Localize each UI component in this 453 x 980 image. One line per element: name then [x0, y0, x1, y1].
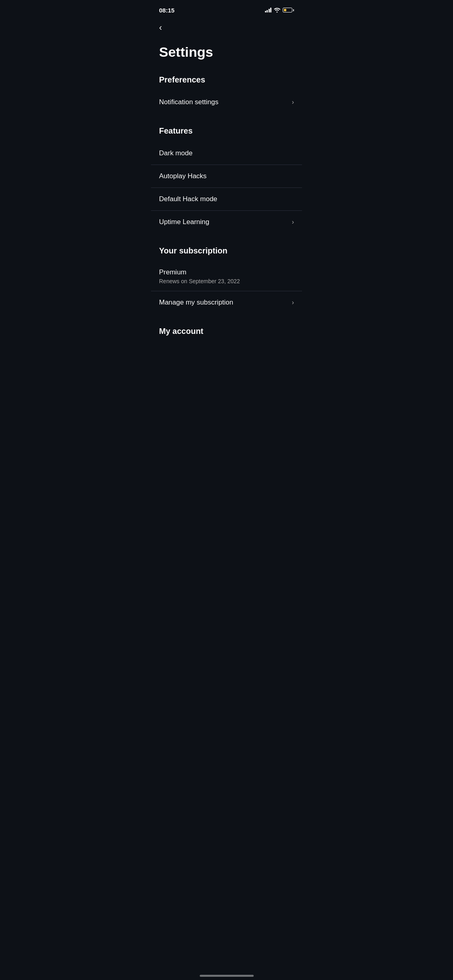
- autoplay-hacks-label: Autoplay Hacks: [159, 172, 207, 180]
- subscription-name: Premium: [159, 268, 294, 276]
- autoplay-hacks-item[interactable]: Autoplay Hacks: [151, 165, 302, 188]
- uptime-learning-chevron-icon: ›: [292, 218, 294, 226]
- subscription-info: Premium Renews on September 23, 2022: [151, 262, 302, 291]
- uptime-learning-label: Uptime Learning: [159, 218, 209, 226]
- my-account-header: My account: [159, 327, 294, 338]
- battery-icon: [283, 8, 294, 12]
- nav-bar: ‹: [151, 18, 302, 36]
- signal-icon: [265, 8, 272, 12]
- signal-bar-1: [265, 11, 266, 12]
- signal-bar-4: [270, 8, 271, 12]
- default-hack-mode-item[interactable]: Default Hack mode: [151, 188, 302, 211]
- gap-3: [151, 314, 302, 323]
- notification-settings-item[interactable]: Notification settings ›: [151, 91, 302, 113]
- signal-bar-3: [269, 9, 270, 12]
- signal-bar-2: [267, 10, 268, 12]
- subscription-renew-date: Renews on September 23, 2022: [159, 278, 294, 284]
- manage-subscription-label: Manage my subscription: [159, 299, 233, 307]
- manage-subscription-item[interactable]: Manage my subscription ›: [151, 291, 302, 314]
- preferences-section-header: Preferences: [151, 72, 302, 91]
- dark-mode-item[interactable]: Dark mode: [151, 142, 302, 165]
- battery-tip: [293, 9, 294, 11]
- status-bar: 08:15: [151, 0, 302, 18]
- status-time: 08:15: [159, 7, 174, 14]
- default-hack-mode-label: Default Hack mode: [159, 195, 217, 203]
- wifi-icon: [274, 8, 280, 12]
- status-icons: [265, 8, 294, 12]
- subscription-section-header: Your subscription: [151, 243, 302, 262]
- page-title: Settings: [151, 36, 302, 72]
- uptime-learning-item[interactable]: Uptime Learning ›: [151, 211, 302, 233]
- dark-mode-label: Dark mode: [159, 149, 192, 157]
- notification-settings-label: Notification settings: [159, 98, 218, 106]
- features-section: Features Dark mode Autoplay Hacks Defaul…: [151, 123, 302, 233]
- gap-1: [151, 113, 302, 123]
- my-account-section: My account: [151, 323, 302, 338]
- preferences-section: Preferences Notification settings ›: [151, 72, 302, 113]
- features-section-header: Features: [151, 123, 302, 142]
- battery-fill: [284, 9, 286, 11]
- manage-subscription-chevron-icon: ›: [292, 299, 294, 306]
- subscription-section: Your subscription Premium Renews on Sept…: [151, 243, 302, 314]
- gap-2: [151, 233, 302, 243]
- battery-body: [283, 8, 292, 12]
- notification-settings-chevron-icon: ›: [292, 99, 294, 106]
- back-button[interactable]: ‹: [159, 21, 162, 35]
